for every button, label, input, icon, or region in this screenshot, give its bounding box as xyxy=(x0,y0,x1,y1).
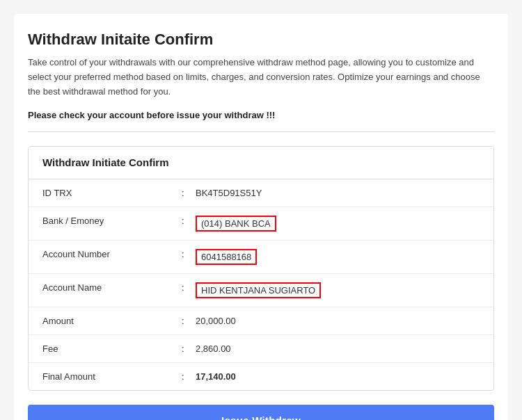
issue-withdraw-button[interactable]: Issue Withdraw xyxy=(28,405,494,420)
row-colon: : xyxy=(182,344,196,354)
row-value: 17,140.00 xyxy=(196,371,480,382)
table-row: Amount:20,000.00 xyxy=(29,307,493,335)
table-row: Fee:2,860.00 xyxy=(29,335,493,363)
highlighted-value: HID KENTJANA SUGIARTO xyxy=(196,282,321,298)
row-colon: : xyxy=(182,216,196,232)
row-colon: : xyxy=(182,188,196,198)
row-colon: : xyxy=(182,282,196,298)
row-label: Bank / Emoney xyxy=(42,216,182,232)
row-label: Amount xyxy=(42,316,182,326)
table-row: Account Number:6041588168 xyxy=(29,241,493,274)
row-colon: : xyxy=(182,316,196,326)
highlighted-value: (014) BANK BCA xyxy=(196,216,276,232)
table-row: Account Name:HID KENTJANA SUGIARTO xyxy=(29,274,493,307)
row-colon: : xyxy=(182,371,196,382)
row-value: 2,860.00 xyxy=(196,344,480,354)
row-label: ID TRX xyxy=(42,188,182,198)
info-table: ID TRX:BK4T5D91S51YBank / Emoney:(014) B… xyxy=(29,179,493,390)
highlighted-value: 6041588168 xyxy=(196,249,257,265)
page-description: Take control of your withdrawals with ou… xyxy=(28,56,494,99)
row-label: Fee xyxy=(42,344,182,354)
row-value: (014) BANK BCA xyxy=(196,216,480,232)
divider xyxy=(28,131,494,132)
row-label: Account Number xyxy=(42,249,182,265)
row-value: 6041588168 xyxy=(196,249,480,265)
row-value: 20,000.00 xyxy=(196,316,480,326)
card-header: Withdraw Initiate Confirm xyxy=(29,147,493,179)
table-row: Bank / Emoney:(014) BANK BCA xyxy=(29,207,493,241)
page-container: Withdraw Initaite Confirm Take control o… xyxy=(14,14,508,420)
table-row: ID TRX:BK4T5D91S51Y xyxy=(29,179,493,207)
card-title: Withdraw Initiate Confirm xyxy=(42,156,169,168)
row-label: Account Name xyxy=(42,282,182,298)
warning-text: Please check your account before issue y… xyxy=(28,110,494,120)
page-title: Withdraw Initaite Confirm xyxy=(28,31,494,49)
row-value: BK4T5D91S51Y xyxy=(196,188,480,198)
withdraw-card: Withdraw Initiate Confirm ID TRX:BK4T5D9… xyxy=(28,146,494,391)
row-colon: : xyxy=(182,249,196,265)
row-label: Final Amount xyxy=(42,371,182,382)
row-value: HID KENTJANA SUGIARTO xyxy=(196,282,480,298)
table-row: Final Amount:17,140.00 xyxy=(29,363,493,390)
